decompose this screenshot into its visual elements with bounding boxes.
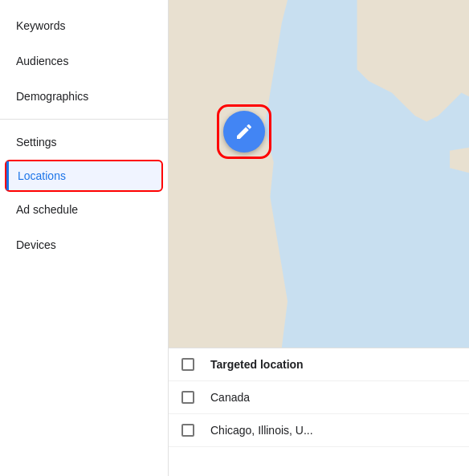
sidebar-item-audiences[interactable]: Audiences [0,43,168,79]
table-row: Chicago, Illinois, U... [169,414,469,447]
sidebar-item-locations[interactable]: Locations [5,160,163,192]
table-area: Targeted location Canada Chicago, Illino… [169,348,469,476]
map-background [169,0,469,348]
sidebar: Keywords Audiences Demographics Settings… [0,0,169,476]
sidebar-divider [0,119,168,120]
sidebar-item-demographics[interactable]: Demographics [0,79,168,114]
chicago-label: Chicago, Illinois, U... [210,424,313,437]
sidebar-item-devices[interactable]: Devices [0,227,168,262]
main-content: Targeted location Canada Chicago, Illino… [169,0,469,476]
sidebar-item-keywords[interactable]: Keywords [0,8,168,43]
edit-button-container [217,104,271,159]
chicago-checkbox[interactable] [181,424,194,437]
canada-label: Canada [210,391,250,404]
table-header-row: Targeted location [169,348,469,381]
table-row: Canada [169,381,469,414]
sidebar-item-ad-schedule[interactable]: Ad schedule [0,192,168,227]
column-targeted-location: Targeted location [210,358,304,371]
canada-checkbox[interactable] [181,391,194,404]
edit-button-highlight [217,104,271,159]
map-area [169,0,469,348]
sidebar-item-settings[interactable]: Settings [0,124,168,160]
header-checkbox[interactable] [181,358,194,371]
edit-button[interactable] [223,111,265,153]
pencil-icon [234,122,254,141]
